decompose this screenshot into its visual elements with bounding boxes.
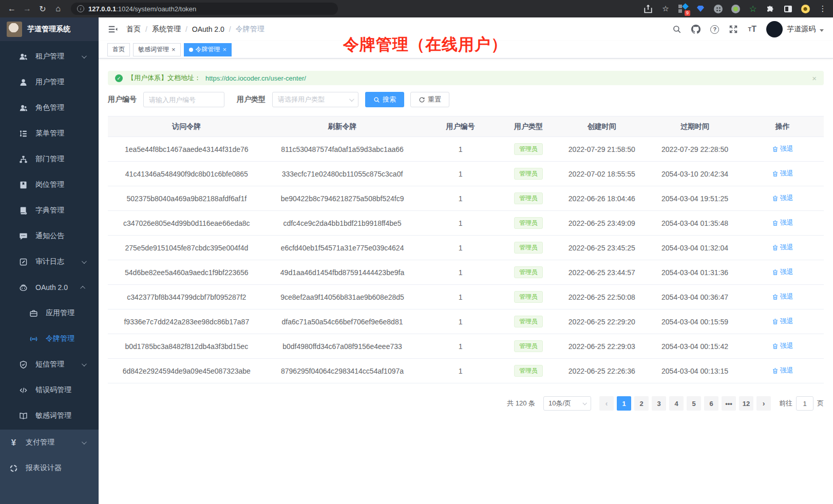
sidebar-item-字典管理[interactable]: 字典管理 (0, 198, 99, 223)
sidebar-item-应用管理[interactable]: 应用管理 (0, 300, 99, 326)
force-logout-button[interactable]: 强退 (772, 243, 793, 252)
sidebar-item-角色管理[interactable]: 角色管理 (0, 95, 99, 121)
force-logout-button[interactable]: 强退 (772, 317, 793, 326)
github-icon[interactable] (691, 25, 701, 34)
site-info-icon[interactable]: i (77, 5, 84, 12)
sidebar-item-短信管理[interactable]: 短信管理 (0, 352, 99, 377)
breadcrumb-item[interactable]: 系统管理 (152, 25, 181, 34)
browser-menu-icon[interactable]: ⋮ (818, 4, 828, 14)
force-logout-button[interactable]: 强退 (772, 193, 793, 203)
breadcrumb-item[interactable]: 首页 (126, 25, 141, 34)
recorder-extension-icon[interactable] (730, 4, 741, 14)
page-number-5[interactable]: 5 (687, 396, 701, 411)
refresh-token-cell: 49d1aa46d1454fbd87591444423be9fa (266, 260, 420, 285)
reset-button[interactable]: 重置 (410, 92, 449, 107)
refresh-token-cell: b0df4980ffd34c67a08f9156e4eee733 (266, 334, 420, 359)
command-extension-icon[interactable] (713, 4, 723, 14)
next-page-button[interactable]: › (756, 396, 771, 411)
tag-令牌管理[interactable]: 令牌管理 × (184, 43, 232, 56)
page-number-4[interactable]: 4 (669, 396, 684, 411)
page-number-1[interactable]: 1 (617, 396, 631, 411)
user-type-badge: 管理员 (514, 192, 543, 204)
chevron-down-icon (582, 401, 586, 405)
sidebar-item-部门管理[interactable]: 部门管理 (0, 146, 99, 172)
access-token-cell: f9336e7c7dd242a283ee98dc86b17a87 (108, 309, 266, 334)
star-extension-icon[interactable]: ☆ (748, 4, 758, 14)
gem-extension-icon[interactable] (695, 4, 706, 14)
force-logout-button[interactable]: 强退 (772, 169, 793, 178)
url-bar[interactable]: i 127.0.0.1:1024/system/oauth2/token (71, 3, 338, 15)
user-type-badge: 管理员 (514, 143, 543, 155)
sidebar-item-审计日志[interactable]: 审计日志 (0, 249, 99, 275)
user-menu[interactable]: 芋道源码 (766, 21, 824, 37)
hamburger-icon[interactable] (108, 24, 118, 34)
sidebar-item-菜单管理[interactable]: 菜单管理 (0, 121, 99, 146)
page-number-12[interactable]: 12 (739, 396, 753, 411)
doc-link[interactable]: https://doc.iocoder.cn/user-center/ (205, 74, 306, 82)
sidebar-item-租户管理[interactable]: 租户管理 (0, 44, 99, 69)
table-row: 502375b8040a469a9b82188afdf6af1f be90422… (108, 186, 824, 211)
page-number-2[interactable]: 2 (634, 396, 649, 411)
browser-reload-button[interactable]: ↻ (36, 2, 49, 15)
sidebar-menu: 租户管理 用户管理 角色管理 菜单管理 部门管理 岗位管理 字典管理 通知公告 … (0, 41, 99, 504)
tag-首页[interactable]: 首页 (107, 43, 130, 56)
sidebar-item-OAuth 2.0[interactable]: OAuth 2.0 (0, 275, 99, 300)
browser-forward-button[interactable]: → (21, 2, 34, 15)
profile-avatar-icon[interactable]: ☻ (800, 4, 810, 14)
sidebar-item-label: 敏感词管理 (35, 411, 71, 420)
alert-close-icon[interactable]: × (812, 74, 817, 83)
sidebar-item-报表设计器[interactable]: 报表设计器 (0, 455, 99, 481)
tag-close-icon[interactable]: × (223, 46, 227, 53)
breadcrumb-item[interactable]: OAuth 2.0 (192, 25, 224, 33)
force-logout-button[interactable]: 强退 (772, 292, 793, 301)
browser-bar: ← → ↻ ⌂ i 127.0.0.1:1024/system/oauth2/t… (0, 0, 833, 17)
page-number-6[interactable]: 6 (704, 396, 718, 411)
force-logout-button[interactable]: 强退 (772, 366, 793, 375)
force-logout-button[interactable]: 强退 (772, 267, 793, 277)
page-number-...[interactable]: ••• (722, 396, 736, 411)
force-logout-button[interactable]: 强退 (772, 144, 793, 153)
access-token-cell: b0d1785bc3a8482f812db4a3f3bd15ec (108, 334, 266, 359)
bookmark-star-icon[interactable]: ☆ (660, 4, 671, 14)
breadcrumb-separator: / (185, 25, 187, 33)
sidebar-item-用户管理[interactable]: 用户管理 (0, 69, 99, 95)
side-panel-icon[interactable] (783, 4, 793, 14)
share-icon[interactable] (643, 4, 653, 14)
user-id-input[interactable] (149, 96, 219, 104)
app-logo-bar[interactable]: 芋道管理系统 (0, 17, 99, 41)
sidebar-item-敏感词管理[interactable]: 敏感词管理 (0, 403, 99, 429)
sidebar-item-令牌管理[interactable]: 令牌管理 (0, 326, 99, 352)
access-token-cell: 54d6be82ee5a460a9aedc1f9bf223656 (108, 260, 266, 285)
sidebar-item-错误码管理[interactable]: 错误码管理 (0, 377, 99, 403)
tag-敏感词管理[interactable]: 敏感词管理 × (133, 43, 181, 56)
help-icon[interactable]: ? (710, 25, 719, 34)
browser-home-button[interactable]: ⌂ (51, 2, 65, 15)
page-size-select[interactable]: 10条/页 (543, 396, 591, 411)
force-logout-button[interactable]: 强退 (772, 218, 793, 227)
extension-shortcut-icon[interactable]: 9 (678, 4, 688, 14)
table-row: 1ea5e44f8bc1467aaede43144f31de76 811c530… (108, 137, 824, 162)
fullscreen-icon[interactable] (729, 25, 738, 34)
chevron-down-icon (349, 96, 354, 102)
expires-at-cell: 2054-03-04 19:51:25 (648, 186, 741, 211)
sidebar-item-支付管理[interactable]: ¥ 支付管理 (0, 430, 99, 455)
header-search-icon[interactable] (672, 25, 681, 34)
sidebar-item-岗位管理[interactable]: 岗位管理 (0, 172, 99, 198)
tag-close-icon[interactable]: × (172, 46, 176, 53)
browser-back-button[interactable]: ← (5, 2, 18, 15)
page-numbers: 123456•••12 (617, 396, 753, 411)
page-number-3[interactable]: 3 (652, 396, 666, 411)
search-button[interactable]: 搜索 (365, 92, 404, 107)
refresh-token-cell: dfa6c71a50a54c66bef706ef9e6e8d81 (266, 309, 420, 334)
table-row: 6d842e2924594de9a09e45e087323abe 8796295… (108, 359, 824, 383)
trash-icon (772, 269, 779, 276)
active-dot-icon (189, 48, 193, 52)
sidebar-item-通知公告[interactable]: 通知公告 (0, 223, 99, 249)
extensions-puzzle-icon[interactable] (765, 4, 775, 14)
goto-page-input[interactable] (796, 396, 813, 411)
force-logout-button[interactable]: 强退 (772, 341, 793, 351)
font-size-icon[interactable]: TT (748, 25, 756, 34)
user-type-select[interactable]: 请选择用户类型 (272, 92, 358, 107)
prev-page-button[interactable]: ‹ (599, 396, 614, 411)
user-id-cell: 1 (419, 186, 501, 211)
